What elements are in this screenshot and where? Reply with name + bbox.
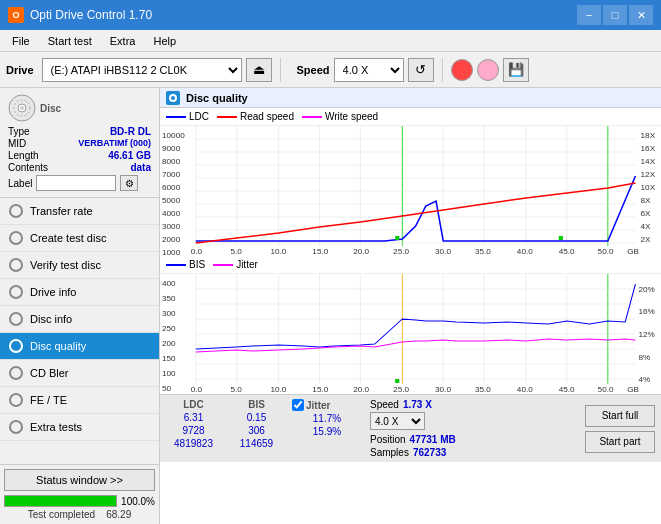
jitter-stats: Jitter 11.7% 15.9% — [292, 399, 362, 458]
svg-text:10.0: 10.0 — [270, 247, 286, 256]
nav-drive-info[interactable]: Drive info — [0, 279, 159, 306]
svg-text:8000: 8000 — [162, 157, 181, 166]
nav-fe-te[interactable]: FE / TE — [0, 387, 159, 414]
svg-text:7000: 7000 — [162, 170, 181, 179]
label-label: Label — [8, 178, 32, 189]
svg-text:8X: 8X — [641, 196, 652, 205]
start-buttons: Start full Start part — [585, 399, 655, 458]
menu-start-test[interactable]: Start test — [40, 33, 100, 49]
svg-text:0.0: 0.0 — [191, 385, 203, 394]
jitter-header: Jitter — [306, 400, 330, 411]
svg-text:30.0: 30.0 — [435, 385, 451, 394]
red-circle-button[interactable] — [451, 59, 473, 81]
nav-create-test-disc[interactable]: Create test disc — [0, 225, 159, 252]
length-value: 46.61 GB — [108, 150, 151, 161]
progress-bar-outer — [4, 495, 117, 507]
disc-panel: Disc Type BD-R DL MID VERBATIMf (000) Le… — [0, 88, 159, 198]
menu-help[interactable]: Help — [145, 33, 184, 49]
start-part-button[interactable]: Start part — [585, 431, 655, 453]
save-button[interactable]: 💾 — [503, 58, 529, 82]
close-button[interactable]: ✕ — [629, 5, 653, 25]
pink-circle-button[interactable] — [477, 59, 499, 81]
svg-text:30.0: 30.0 — [435, 247, 451, 256]
svg-text:15.0: 15.0 — [312, 247, 328, 256]
length-label: Length — [8, 150, 39, 161]
svg-text:20.0: 20.0 — [353, 247, 369, 256]
progress-percent: 100.0% — [121, 496, 155, 507]
menu-file[interactable]: File — [4, 33, 38, 49]
nav-icon-disc-quality — [9, 339, 23, 353]
svg-rect-92 — [395, 379, 399, 383]
bis-avg: 0.15 — [229, 412, 284, 423]
app-icon: O — [8, 7, 24, 23]
menu-extra[interactable]: Extra — [102, 33, 144, 49]
label-input[interactable] — [36, 175, 116, 191]
maximize-button[interactable]: □ — [603, 5, 627, 25]
svg-text:25.0: 25.0 — [393, 247, 409, 256]
drive-label: Drive — [6, 64, 34, 76]
nav-icon-fe-te — [9, 393, 23, 407]
status-window-button[interactable]: Status window >> — [4, 469, 155, 491]
svg-text:50.0: 50.0 — [598, 247, 614, 256]
speed-select[interactable]: 4.0 X — [334, 58, 404, 82]
main-content: Disc Type BD-R DL MID VERBATIMf (000) Le… — [0, 88, 661, 524]
chart-header: Disc quality — [160, 88, 661, 108]
speed-select-stats[interactable]: 4.0 X — [370, 412, 425, 430]
legend-ldc-line — [166, 116, 186, 118]
legend-write-speed-line — [302, 116, 322, 118]
refresh-button[interactable]: ↺ — [408, 58, 434, 82]
bis-total: 114659 — [229, 438, 284, 449]
jitter-max: 15.9% — [292, 426, 362, 437]
speed-value: 1.73 X — [403, 399, 432, 410]
svg-text:150: 150 — [162, 354, 176, 363]
jitter-checkbox[interactable] — [292, 399, 304, 411]
svg-text:10X: 10X — [641, 183, 656, 192]
nav-cd-bler[interactable]: CD Bler — [0, 360, 159, 387]
legend-bis: BIS — [166, 259, 205, 270]
nav-transfer-rate[interactable]: Transfer rate — [0, 198, 159, 225]
legend-read-speed-label: Read speed — [240, 111, 294, 122]
nav-icon-drive-info — [9, 285, 23, 299]
svg-text:4X: 4X — [641, 222, 652, 231]
svg-text:5.0: 5.0 — [231, 385, 243, 394]
svg-text:200: 200 — [162, 339, 176, 348]
ldc-header: LDC — [166, 399, 221, 410]
type-value: BD-R DL — [110, 126, 151, 137]
svg-text:4000: 4000 — [162, 209, 181, 218]
samples-label: Samples — [370, 447, 409, 458]
svg-text:0.0: 0.0 — [191, 247, 203, 256]
svg-text:14X: 14X — [641, 157, 656, 166]
svg-text:GB: GB — [627, 385, 639, 394]
start-full-button[interactable]: Start full — [585, 405, 655, 427]
content-area: Disc quality LDC Read speed Write speed — [160, 88, 661, 524]
speed-label: Speed — [370, 399, 399, 410]
nav-disc-quality[interactable]: Disc quality — [0, 333, 159, 360]
minimize-button[interactable]: − — [577, 5, 601, 25]
svg-text:40.0: 40.0 — [517, 247, 533, 256]
svg-text:250: 250 — [162, 324, 176, 333]
svg-point-5 — [171, 96, 175, 100]
legend-ldc: LDC — [166, 111, 209, 122]
eject-button[interactable]: ⏏ — [246, 58, 272, 82]
top-chart-wrapper: 10000 9000 8000 7000 6000 5000 4000 3000… — [160, 126, 661, 256]
svg-text:12%: 12% — [639, 330, 655, 339]
svg-text:2X: 2X — [641, 235, 652, 244]
svg-text:16X: 16X — [641, 144, 656, 153]
drive-select[interactable]: (E:) ATAPI iHBS112 2 CL0K — [42, 58, 242, 82]
nav-label-create-test: Create test disc — [30, 232, 106, 244]
nav-verify-test-disc[interactable]: Verify test disc — [0, 252, 159, 279]
disc-icon — [8, 94, 36, 122]
nav-disc-info[interactable]: Disc info — [0, 306, 159, 333]
progress-bar-inner — [5, 496, 116, 506]
stats-area: LDC 6.31 9728 4819823 BIS 0.15 306 11465… — [160, 394, 661, 462]
svg-text:40.0: 40.0 — [517, 385, 533, 394]
nav-extra-tests[interactable]: Extra tests — [0, 414, 159, 441]
title-bar-text: Opti Drive Control 1.70 — [30, 8, 152, 22]
legend-bis-label: BIS — [189, 259, 205, 270]
svg-text:8%: 8% — [639, 353, 651, 362]
svg-text:18X: 18X — [641, 131, 656, 140]
label-button[interactable]: ⚙ — [120, 175, 138, 191]
svg-text:20.0: 20.0 — [353, 385, 369, 394]
nav-label-transfer-rate: Transfer rate — [30, 205, 93, 217]
nav-label-extra-tests: Extra tests — [30, 421, 82, 433]
